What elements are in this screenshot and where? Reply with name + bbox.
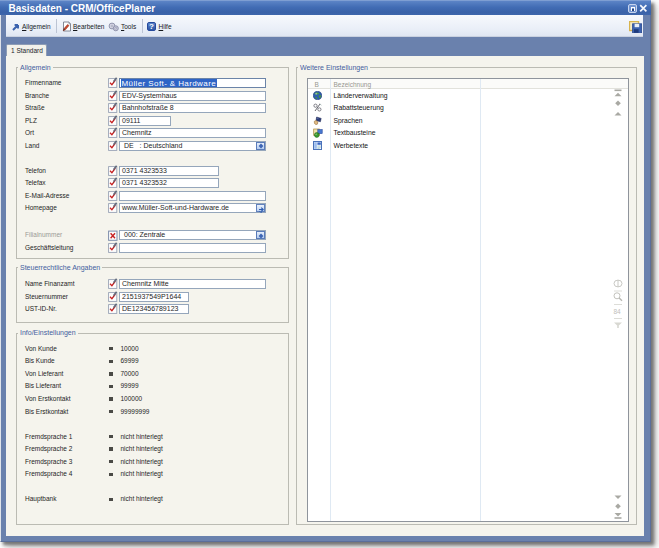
svg-text:84: 84: [614, 308, 622, 315]
